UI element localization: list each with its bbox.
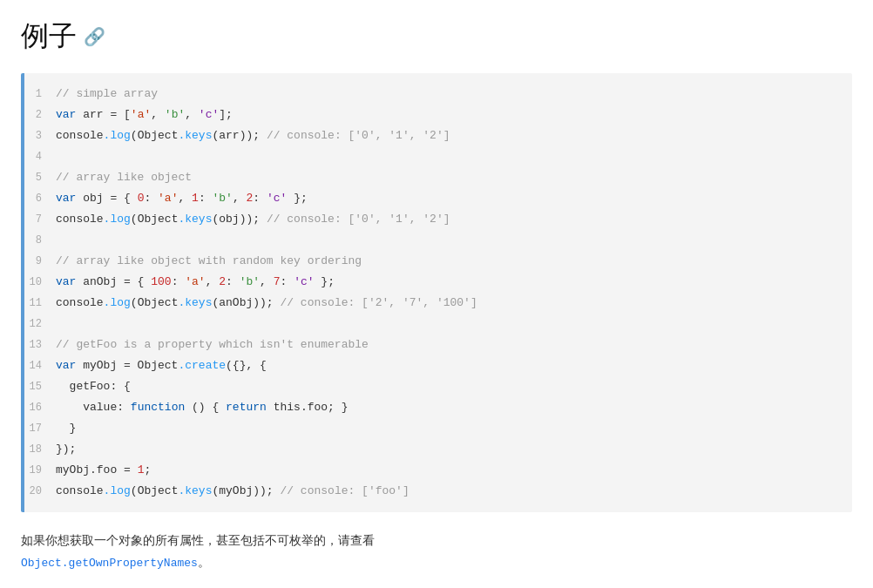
code-line-17: 17 }	[24, 418, 852, 439]
code-line-7: 7 console.log(Object.keys(obj)); // cons…	[24, 209, 852, 230]
code-line-5: 5 // array like object	[24, 167, 852, 188]
code-line-1: 1 // simple array	[24, 84, 852, 105]
code-line-11: 11 console.log(Object.keys(anObj)); // c…	[24, 293, 852, 314]
page-title: 例子 🔗	[21, 17, 852, 56]
code-block: 1 // simple array 2 var arr = ['a', 'b',…	[21, 73, 852, 512]
footer-link[interactable]: Object.getOwnPropertyNames	[21, 557, 198, 570]
code-line-19: 19 myObj.foo = 1;	[24, 460, 852, 481]
code-line-9: 9 // array like object with random key o…	[24, 251, 852, 272]
code-line-14: 14 var myObj = Object.create({}, {	[24, 355, 852, 376]
code-line-20: 20 console.log(Object.keys(myObj)); // c…	[24, 481, 852, 502]
code-line-6: 6 var obj = { 0: 'a', 1: 'b', 2: 'c' };	[24, 188, 852, 209]
code-line-10: 10 var anObj = { 100: 'a', 2: 'b', 7: 'c…	[24, 272, 852, 293]
anchor-link-icon[interactable]: 🔗	[84, 26, 105, 47]
code-line-13: 13 // getFoo is a property which isn't e…	[24, 335, 852, 355]
code-line-18: 18 });	[24, 439, 852, 460]
code-line-12: 12	[24, 314, 852, 335]
code-line-3: 3 console.log(Object.keys(arr)); // cons…	[24, 125, 852, 146]
code-line-15: 15 getFoo: {	[24, 376, 852, 397]
code-line-8: 8	[24, 230, 852, 251]
footer-text: 如果你想获取一个对象的所有属性，甚至包括不可枚举的，请查看 Object.get…	[21, 530, 852, 574]
code-line-4: 4	[24, 146, 852, 167]
code-line-16: 16 value: function () { return this.foo;…	[24, 397, 852, 418]
code-line-2: 2 var arr = ['a', 'b', 'c'];	[24, 105, 852, 125]
